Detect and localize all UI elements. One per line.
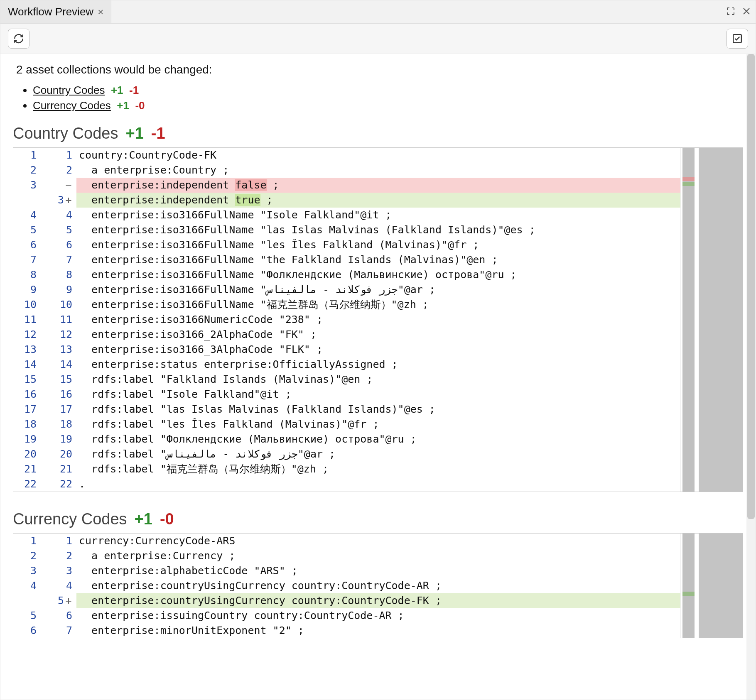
code-text: rdfs:label "جزر فوكلاند - مالفيناس"@ar ; xyxy=(76,447,680,462)
apply-button[interactable] xyxy=(727,29,748,49)
line-number-new: 14 xyxy=(41,357,76,372)
page-scrollbar[interactable] xyxy=(746,54,756,700)
line-number-old: 14 xyxy=(13,357,41,372)
line-number-old: 2 xyxy=(13,548,41,563)
code-text: rdfs:label "les Îles Falkland (Malvinas)… xyxy=(76,417,680,432)
line-number-new: 2 xyxy=(41,163,76,178)
checkbox-icon xyxy=(732,33,743,44)
refresh-icon xyxy=(13,33,24,44)
diff-line[interactable]: 1212 enterprise:iso3166_2AlphaCode "FK" … xyxy=(13,327,680,342)
diff-line[interactable]: 1010 enterprise:iso3166FullName "福克兰群岛（马… xyxy=(13,297,680,312)
line-number-old: 4 xyxy=(13,208,41,223)
section-title-country-codes: Country Codes +1 -1 xyxy=(13,125,743,142)
line-number-old: 1 xyxy=(13,148,41,163)
code-text: enterprise:iso3166NumericCode "238" ; xyxy=(76,312,680,327)
diff-line[interactable]: 77 enterprise:iso3166FullName "the Falkl… xyxy=(13,252,680,267)
line-number-old: 20 xyxy=(13,447,41,462)
section-plus: +1 xyxy=(135,510,152,528)
line-number-new: 18 xyxy=(41,417,76,432)
line-number-new: 10 xyxy=(41,297,76,312)
diff-line[interactable]: 88 enterprise:iso3166FullName "Фолклендс… xyxy=(13,267,680,282)
page-scroll-thumb[interactable] xyxy=(747,54,755,519)
diff-line[interactable]: 1616 rdfs:label "Isole Falkland"@it ; xyxy=(13,387,680,402)
diff-line[interactable]: 1818 rdfs:label "les Îles Falkland (Malv… xyxy=(13,417,680,432)
line-number-old: 4 xyxy=(13,578,41,593)
summary-link-currency-codes[interactable]: Currency Codes xyxy=(33,99,111,112)
diff-line[interactable]: 2020 rdfs:label "جزر فوكلاند - مالفيناس"… xyxy=(13,447,680,462)
diff-line[interactable]: 22 a enterprise:Currency ; xyxy=(13,548,680,563)
line-number-new: 17 xyxy=(41,402,76,417)
diff-line[interactable]: 99 enterprise:iso3166FullName "جزر فوكلا… xyxy=(13,282,680,297)
summary-list: Country Codes +1 -1 Currency Codes +1 -0 xyxy=(33,84,743,112)
diff-scrollbar[interactable] xyxy=(699,534,743,638)
code-text: enterprise:iso3166FullName "las Islas Ma… xyxy=(76,223,680,237)
code-text: enterprise:iso3166FullName "جزر فوكلاند … xyxy=(76,282,680,297)
line-number-old: 1 xyxy=(13,534,41,548)
section-title-currency-codes: Currency Codes +1 -0 xyxy=(13,510,743,528)
diff-line[interactable]: 55 enterprise:iso3166FullName "las Islas… xyxy=(13,223,680,237)
line-number-new: 4 xyxy=(41,208,76,223)
diff-line[interactable]: 1111 enterprise:iso3166NumericCode "238"… xyxy=(13,312,680,327)
diff-line[interactable]: 1414 enterprise:status enterprise:Offici… xyxy=(13,357,680,372)
code-text: enterprise:countryUsingCurrency country:… xyxy=(76,578,680,593)
close-panel-icon[interactable] xyxy=(741,6,751,18)
diff-line[interactable]: 1515 rdfs:label "Falkland Islands (Malvi… xyxy=(13,372,680,387)
line-number-old: 9 xyxy=(13,282,41,297)
code-text: a enterprise:Country ; xyxy=(76,163,680,178)
line-number-new: 8 xyxy=(41,267,76,282)
diff-line-added[interactable]: 3+ enterprise:independent true ; xyxy=(13,193,680,208)
line-number-old: 12 xyxy=(13,327,41,342)
diff-line[interactable]: 44 enterprise:countryUsingCurrency count… xyxy=(13,578,680,593)
diff-minimap[interactable] xyxy=(680,148,696,492)
summary-count: 2 asset collections would be changed: xyxy=(16,63,740,76)
section-minus: -0 xyxy=(160,510,174,528)
summary-link-country-codes[interactable]: Country Codes xyxy=(33,84,105,96)
line-number-new: 22 xyxy=(41,477,76,492)
code-text: enterprise:independent false ; xyxy=(76,178,680,193)
diff-line[interactable]: 66 enterprise:iso3166FullName "les Îles … xyxy=(13,237,680,252)
code-text: enterprise:iso3166FullName "les Îles Fal… xyxy=(76,237,680,252)
diff-line[interactable]: 1919 rdfs:label "Фолклендские (Мальвинск… xyxy=(13,432,680,447)
diff-line[interactable]: 33 enterprise:alphabeticCode "ARS" ; xyxy=(13,563,680,578)
diff-table[interactable]: 11currency:CurrencyCode-ARS22 a enterpri… xyxy=(13,534,680,638)
line-number-new: 15 xyxy=(41,372,76,387)
diff-line[interactable]: 11country:CountryCode-FK xyxy=(13,148,680,163)
diff-line[interactable]: 1313 enterprise:iso3166_3AlphaCode "FLK"… xyxy=(13,342,680,357)
maximize-icon[interactable] xyxy=(726,6,736,18)
line-number-new: 19 xyxy=(41,432,76,447)
line-number-old: 3 xyxy=(13,178,41,193)
line-number-new: 13 xyxy=(41,342,76,357)
diff-minimap[interactable] xyxy=(680,534,696,638)
toolbar xyxy=(0,24,756,54)
diff-table[interactable]: 11country:CountryCode-FK22 a enterprise:… xyxy=(13,148,680,492)
diff-line-added[interactable]: 5+ enterprise:countryUsingCurrency count… xyxy=(13,593,680,608)
diff-line[interactable]: 56 enterprise:issuingCountry country:Cou… xyxy=(13,608,680,623)
diff-scrollbar[interactable] xyxy=(699,148,743,492)
line-number-old: 18 xyxy=(13,417,41,432)
line-number-new: 2 xyxy=(41,548,76,563)
diff-country-codes: 11country:CountryCode-FK22 a enterprise:… xyxy=(13,147,743,492)
code-text: enterprise:iso3166FullName "the Falkland… xyxy=(76,252,680,267)
line-number-old: 6 xyxy=(13,237,41,252)
line-number-new: 3+ xyxy=(41,193,76,208)
diff-line[interactable]: 44 enterprise:iso3166FullName "Isole Fal… xyxy=(13,208,680,223)
refresh-button[interactable] xyxy=(8,29,29,49)
diff-line[interactable]: 1717 rdfs:label "las Islas Malvinas (Fal… xyxy=(13,402,680,417)
code-text: enterprise:iso3166FullName "Isole Falkla… xyxy=(76,208,680,223)
diff-line[interactable]: 11currency:CurrencyCode-ARS xyxy=(13,534,680,548)
line-number-old: 8 xyxy=(13,267,41,282)
line-number-new: 12 xyxy=(41,327,76,342)
section-name: Currency Codes xyxy=(13,510,127,528)
diff-line-removed[interactable]: 3− enterprise:independent false ; xyxy=(13,178,680,193)
diff-line[interactable]: 2222. xyxy=(13,477,680,492)
diff-line[interactable]: 22 a enterprise:Country ; xyxy=(13,163,680,178)
summary-item-currency-codes: Currency Codes +1 -0 xyxy=(33,99,743,112)
diff-line[interactable]: 67 enterprise:minorUnitExponent "2" ; xyxy=(13,623,680,638)
close-tab-icon[interactable]: × xyxy=(98,6,103,18)
tab-workflow-preview[interactable]: Workflow Preview × xyxy=(0,0,111,23)
line-number-old: 16 xyxy=(13,387,41,402)
line-number-old: 11 xyxy=(13,312,41,327)
diff-currency-codes: 11currency:CurrencyCode-ARS22 a enterpri… xyxy=(13,533,743,638)
diff-line[interactable]: 2121 rdfs:label "福克兰群岛（马尔维纳斯）"@zh ; xyxy=(13,462,680,477)
line-number-old: 17 xyxy=(13,402,41,417)
